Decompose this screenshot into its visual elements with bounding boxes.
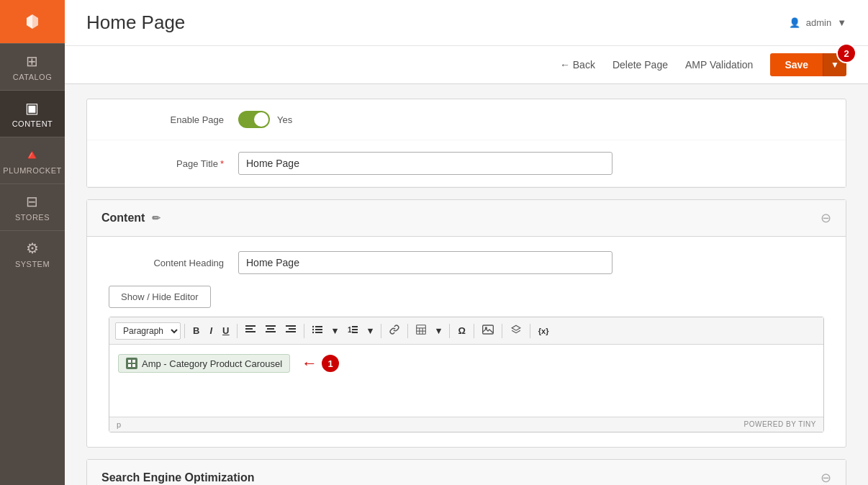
enable-page-label: Enable Page (109, 114, 238, 125)
toolbar-divider-3 (304, 324, 304, 338)
toolbar-divider-4 (381, 324, 381, 338)
toolbar-divider-2 (237, 324, 238, 338)
editor-content[interactable]: Amp - Category Product Carousel ← 1 (109, 345, 823, 417)
plumrocket-icon: 🔺 (23, 146, 42, 163)
svg-rect-5 (245, 328, 253, 330)
table-dropdown-button[interactable]: ▾ (432, 322, 446, 339)
seo-section: Search Engine Optimization ⊖ (86, 459, 846, 485)
align-center-icon (266, 325, 276, 334)
magento-logo-icon (18, 7, 47, 36)
toolbar-divider-1 (184, 324, 185, 338)
editor-status-bar: p POWERED BY TINY (109, 417, 823, 432)
toolbar-divider-8 (502, 324, 502, 338)
omega-button[interactable]: Ω (453, 322, 469, 339)
bullet-list-button[interactable] (308, 322, 327, 339)
svg-rect-6 (245, 331, 256, 332)
system-icon: ⚙ (26, 240, 40, 257)
bold-button[interactable]: B (189, 322, 204, 339)
variable-button[interactable]: {x} (534, 324, 553, 338)
image-button[interactable] (478, 322, 498, 340)
svg-rect-21 (352, 329, 358, 330)
widget-inner-icon (127, 359, 136, 368)
align-right-button[interactable] (281, 322, 300, 339)
link-icon (389, 325, 399, 335)
table-button[interactable] (412, 322, 430, 340)
svg-rect-11 (289, 328, 296, 330)
content-icon: ▣ (25, 99, 40, 117)
save-button[interactable]: Save (770, 53, 823, 76)
svg-rect-18 (315, 332, 322, 333)
toggle-yes-label: Yes (277, 114, 292, 125)
user-menu[interactable]: 👤 admin ▼ (789, 17, 846, 28)
content-section-header[interactable]: Content ✏ ⊖ (87, 200, 846, 237)
wysiwyg-editor: Paragraph Header 1 Header 2 Header 3 B I… (109, 317, 824, 432)
num-list-button[interactable]: 1. (343, 322, 362, 339)
align-left-button[interactable] (241, 322, 260, 339)
widget-icon (126, 358, 137, 369)
sidebar-item-stores[interactable]: ⊟ STORES (0, 183, 65, 230)
bullet-dropdown-button[interactable]: ▾ (328, 322, 342, 339)
catalog-icon: ⊞ (26, 53, 39, 70)
page-title-label: Page Title* (109, 158, 238, 169)
paragraph-select[interactable]: Paragraph Header 1 Header 2 Header 3 (115, 322, 181, 340)
align-left-icon (245, 325, 256, 334)
form-section: Enable Page Yes Page Title* (86, 99, 846, 188)
layers-icon (510, 325, 522, 335)
widget-chip[interactable]: Amp - Category Product Carousel (118, 354, 290, 373)
sidebar-item-label: SYSTEM (15, 260, 50, 268)
seo-section-header[interactable]: Search Engine Optimization ⊖ (87, 460, 846, 485)
svg-rect-33 (128, 364, 131, 367)
delete-page-button[interactable]: Delete Page (612, 55, 668, 75)
amp-validation-button[interactable]: AMP Validation (685, 55, 753, 75)
editor-status-p: p (117, 420, 121, 429)
svg-rect-7 (266, 325, 276, 327)
required-star: * (220, 158, 224, 169)
page-header: Home Page 👤 admin ▼ (65, 0, 868, 46)
align-right-icon (286, 325, 296, 334)
content-edit-icon[interactable]: ✏ (152, 212, 161, 224)
back-button[interactable]: ← Back (560, 55, 595, 75)
svg-rect-8 (267, 328, 274, 330)
main-content: Home Page 👤 admin ▼ ← Back Delete Page A… (65, 0, 868, 485)
sidebar-item-catalog[interactable]: ⊞ CATALOG (0, 43, 65, 90)
underline-button[interactable]: U (218, 322, 233, 339)
logo[interactable] (0, 0, 65, 43)
table-icon (416, 325, 426, 335)
content-section-body: Content Heading Show / Hide Editor Parag… (87, 237, 846, 447)
enable-page-toggle[interactable] (238, 111, 270, 128)
link-button[interactable] (385, 322, 404, 340)
svg-rect-10 (286, 325, 296, 327)
annotation-badge-2: 2 (836, 43, 856, 63)
editor-toolbar: Paragraph Header 1 Header 2 Header 3 B I… (109, 317, 823, 345)
layers-button[interactable] (506, 322, 526, 340)
sidebar-item-label: CATALOG (13, 73, 52, 81)
svg-rect-12 (286, 331, 296, 332)
user-avatar-icon: 👤 (789, 17, 800, 28)
image-icon (482, 325, 494, 335)
content-collapse-icon[interactable]: ⊖ (820, 210, 831, 226)
content-heading-input[interactable] (238, 251, 612, 274)
sidebar-item-plumrocket[interactable]: 🔺 PLUMROCKET (0, 137, 65, 183)
svg-rect-23 (417, 325, 426, 335)
svg-marker-30 (512, 325, 520, 330)
sidebar-item-content[interactable]: ▣ CONTENT (0, 90, 65, 137)
svg-point-15 (312, 329, 314, 330)
svg-rect-32 (132, 360, 135, 363)
save-button-group: Save ▼ 2 (770, 53, 846, 76)
page-title-row: Page Title* (87, 140, 846, 187)
content-heading-label: Content Heading (109, 258, 238, 268)
italic-button[interactable]: I (205, 322, 217, 339)
svg-rect-4 (245, 325, 256, 327)
content-section: Content ✏ ⊖ Content Heading Show / Hide … (86, 199, 846, 448)
toolbar-divider-9 (530, 324, 530, 338)
num-list-dropdown-button[interactable]: ▾ (363, 322, 377, 339)
sidebar-item-system[interactable]: ⚙ SYSTEM (0, 230, 65, 277)
seo-collapse-icon[interactable]: ⊖ (820, 470, 831, 485)
scroll-area: Enable Page Yes Page Title* Content ✏ (65, 84, 868, 485)
user-dropdown-icon[interactable]: ▼ (837, 17, 846, 28)
align-center-button[interactable] (261, 322, 280, 339)
svg-rect-9 (266, 331, 276, 332)
show-hide-editor-button[interactable]: Show / Hide Editor (109, 286, 211, 308)
page-title-input[interactable] (238, 152, 612, 175)
svg-rect-34 (132, 364, 135, 367)
